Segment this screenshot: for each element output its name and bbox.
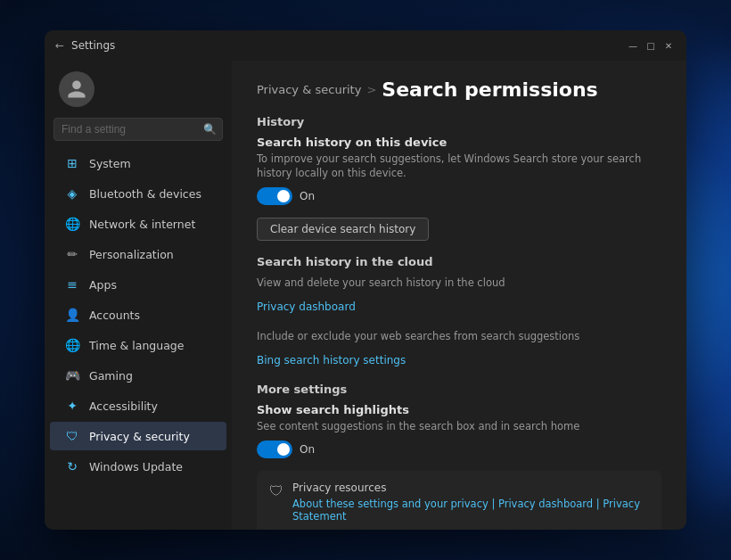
highlights-toggle-label: On [300, 443, 315, 456]
privacy-icon: 🛡 [64, 428, 80, 444]
privacy-resources-icon: 🛡 [269, 482, 283, 499]
page-header: Privacy & security > Search permissions [257, 78, 661, 101]
privacy-resources-content: Privacy resources About these settings a… [292, 482, 649, 523]
sidebar-item-privacy-label: Privacy & security [89, 430, 190, 443]
sidebar-item-update[interactable]: ↻ Windows Update [50, 452, 226, 481]
sidebar-item-network-label: Network & internet [89, 218, 195, 231]
sidebar-item-accessibility-label: Accessibility [89, 399, 158, 413]
privacy-resources-title: Privacy resources [292, 482, 649, 494]
time-icon: 🌐 [64, 337, 80, 353]
search-history-toggle[interactable] [257, 187, 292, 205]
breadcrumb-current: Search permissions [382, 78, 597, 101]
sidebar-item-personalization-label: Personalization [89, 248, 174, 261]
main-layout: 🔍 ⊞ System ◈ Bluetooth & devices 🌐 Netwo… [45, 61, 686, 530]
bing-history-link[interactable]: Bing search history settings [257, 354, 406, 366]
search-history-device-desc: To improve your search suggestions, let … [257, 152, 661, 180]
accounts-icon: 👤 [64, 307, 80, 323]
gaming-icon: 🎮 [64, 367, 80, 383]
clear-history-button[interactable]: Clear device search history [257, 218, 429, 241]
cloud-include-item: Include or exclude your web searches fro… [257, 329, 661, 370]
sidebar-item-time[interactable]: 🌐 Time & language [50, 331, 226, 359]
search-history-device-title: Search history on this device [257, 136, 661, 149]
personalization-icon: ✏ [64, 246, 80, 262]
about-settings-link[interactable]: About these settings and your privacy [292, 498, 489, 510]
settings-window: ← Settings — □ ✕ 🔍 ⊞ [45, 30, 686, 530]
sidebar-item-bluetooth-label: Bluetooth & devices [89, 187, 201, 201]
network-icon: 🌐 [64, 216, 80, 232]
section-more-label: More settings [257, 383, 661, 396]
highlights-title: Show search highlights [257, 403, 661, 416]
privacy-resources-links: About these settings and your privacy | … [292, 498, 649, 523]
bluetooth-icon: ◈ [64, 185, 80, 202]
sidebar: 🔍 ⊞ System ◈ Bluetooth & devices 🌐 Netwo… [45, 61, 232, 530]
cloud-include-desc: Include or exclude your web searches fro… [257, 329, 661, 343]
sidebar-item-gaming-label: Gaming [89, 369, 133, 383]
search-input[interactable] [53, 118, 223, 141]
update-icon: ↻ [64, 458, 80, 474]
pipe-sep-1: | [491, 498, 498, 510]
sidebar-item-bluetooth[interactable]: ◈ Bluetooth & devices [50, 179, 226, 208]
highlights-item: Show search highlights See content sugge… [257, 403, 661, 458]
privacy-dashboard-link[interactable]: Privacy dashboard [257, 301, 356, 313]
highlights-toggle-row: On [257, 441, 661, 458]
sidebar-item-apps-label: Apps [89, 278, 117, 292]
user-icon [66, 78, 87, 100]
apps-icon: ≡ [64, 276, 80, 292]
section-cloud-label: Search history in the cloud [257, 255, 661, 268]
sidebar-item-apps[interactable]: ≡ Apps [50, 270, 226, 299]
content-area: Privacy & security > Search permissions … [232, 61, 686, 530]
sidebar-item-time-label: Time & language [89, 339, 184, 352]
sidebar-item-accounts-label: Accounts [89, 309, 140, 322]
minimize-button[interactable]: — [626, 39, 640, 52]
cloud-desc: View and delete your search history in t… [257, 276, 661, 290]
search-icon: 🔍 [203, 123, 217, 136]
search-history-toggle-row: On [257, 187, 661, 205]
sidebar-item-accessibility[interactable]: ✦ Accessibility [50, 391, 226, 420]
privacy-dashboard-box-link[interactable]: Privacy dashboard [498, 498, 593, 510]
section-history-label: History [257, 115, 661, 128]
maximize-button[interactable]: □ [644, 39, 658, 52]
cloud-setting-item: View and delete your search history in t… [257, 276, 661, 317]
close-button[interactable]: ✕ [661, 39, 676, 52]
search-history-toggle-label: On [300, 190, 315, 202]
sidebar-item-network[interactable]: 🌐 Network & internet [50, 210, 226, 238]
breadcrumb-parent[interactable]: Privacy & security [257, 83, 361, 96]
sidebar-item-personalization[interactable]: ✏ Personalization [50, 240, 226, 268]
privacy-resources-box: 🛡 Privacy resources About these settings… [257, 471, 661, 530]
window-title: Settings [71, 39, 626, 52]
search-box: 🔍 [53, 118, 223, 141]
avatar[interactable] [59, 71, 94, 107]
title-bar: ← Settings — □ ✕ [45, 30, 686, 61]
sidebar-item-gaming[interactable]: 🎮 Gaming [50, 361, 226, 390]
sidebar-item-update-label: Windows Update [89, 460, 183, 474]
accessibility-icon: ✦ [64, 398, 80, 414]
sidebar-item-system-label: System [89, 157, 131, 170]
sidebar-item-privacy[interactable]: 🛡 Privacy & security [50, 422, 226, 450]
back-button[interactable]: ← [55, 39, 64, 52]
breadcrumb: Privacy & security > Search permissions [257, 78, 661, 101]
window-controls: — □ ✕ [626, 39, 676, 52]
sidebar-item-system[interactable]: ⊞ System [50, 149, 226, 177]
search-history-device-item: Search history on this device To improve… [257, 136, 661, 205]
highlights-toggle[interactable] [257, 441, 292, 458]
breadcrumb-separator: > [366, 83, 376, 96]
highlights-desc: See content suggestions in the search bo… [257, 419, 661, 433]
sidebar-item-accounts[interactable]: 👤 Accounts [50, 301, 226, 329]
avatar-section [45, 61, 232, 118]
system-icon: ⊞ [64, 155, 80, 171]
